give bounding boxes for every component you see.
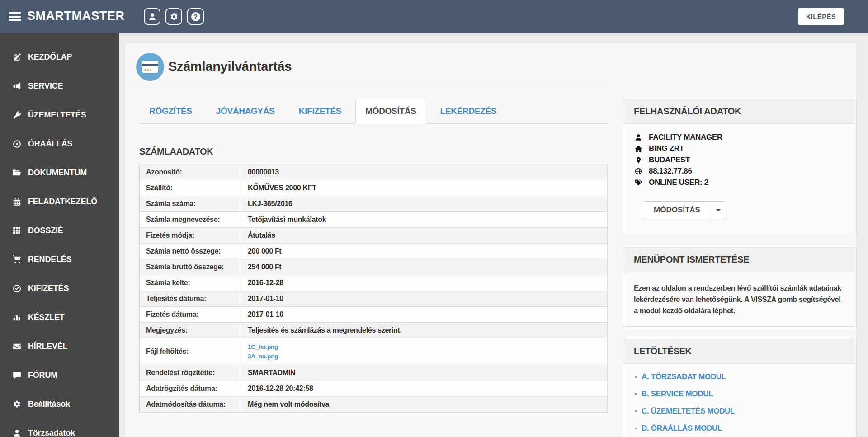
question-icon: ? [191, 12, 200, 21]
download-link-torzsadat[interactable]: A. TÖRZSADAT MODUL [642, 372, 726, 381]
table-row: Rendelést rögzítette: SMARTADMIN [140, 365, 608, 381]
field-label-cell: Szállító: [140, 180, 241, 196]
sidebar-item-rendeles[interactable]: RENDELÉS [0, 245, 119, 274]
tab-jovahagyas[interactable]: JÓVÁHAGYÁS [206, 99, 285, 124]
tab-modositas[interactable]: MÓDOSÍTÁS [355, 99, 426, 124]
table-row: Számla száma: LKJ-365/2016 [140, 196, 608, 212]
table-row: Adatrögzítés dátuma: 2016-12-28 20:42:58 [140, 381, 608, 397]
field-label-cell: Adatrögzítés dátuma: [140, 381, 241, 397]
sidebar-item-hirlevel[interactable]: HÍRLEVÉL [0, 332, 119, 361]
invoice-module-icon [136, 53, 164, 81]
download-item: C. ÜZEMELTETÉS MODUL [634, 403, 843, 420]
field-value-cell: 1C_fiu.png 2A_no.png [241, 338, 608, 365]
tab-lekerdezes[interactable]: LEKÉRDEZÉS [430, 99, 507, 124]
chevron-down-icon [716, 209, 721, 211]
uploaded-file-link[interactable]: 2A_no.png [248, 352, 601, 361]
field-value-cell: 200 000 Ft [241, 244, 608, 259]
table-row: Fizetés dátuma: 2017-01-10 [140, 307, 608, 323]
table-row: Számla nettó összege: 200 000 Ft [140, 244, 608, 259]
field-label-cell: Fájl feltöltés: [140, 338, 241, 365]
field-label-cell: Megjegyzés: [140, 323, 241, 338]
bullet-icon [635, 428, 637, 429]
folder-open-icon [12, 168, 22, 177]
table-row: Fizetés módja: Átutalás [140, 228, 608, 244]
field-label-cell: Fizetés dátuma: [140, 307, 241, 323]
sidebar-item-oraallas[interactable]: ÓRAÁLLÁS [0, 129, 119, 158]
settings-button[interactable] [165, 8, 182, 25]
field-label-cell: Teljesítés dátuma: [140, 291, 241, 307]
field-label-cell: Adatmódosítás dátuma: [140, 397, 241, 413]
edit-icon [12, 53, 22, 61]
field-value-cell: Tetőjavítási munkálatok [241, 212, 608, 228]
home-icon [634, 145, 643, 153]
field-label-cell: Számla megnevezése: [140, 212, 241, 228]
field-label-cell: Számla kelte: [140, 275, 241, 291]
menu-toggle-icon[interactable] [9, 12, 21, 21]
field-value-cell: 00000013 [241, 164, 608, 180]
user-icon [12, 429, 22, 437]
user-city-row: BUDAPEST [634, 155, 843, 164]
sidebar-item-dosszie[interactable]: DOSSZIÉ [0, 216, 119, 245]
field-value-cell: Teljesítés és számlázás a megrendelés sz… [241, 323, 608, 338]
sidebar-item-dokumentum[interactable]: DOKUMENTUM [0, 158, 119, 187]
download-item: D. ÓRAÁLLÁS MODUL [634, 420, 843, 437]
table-row: Számla megnevezése: Tetőjavítási munkála… [140, 212, 608, 228]
megaphone-icon [12, 82, 22, 90]
table-row: Szállító: KŐMŰVES 2000 KFT [140, 180, 608, 196]
tab-kifizetes[interactable]: KIFIZETÉS [289, 99, 351, 124]
field-label-cell: Számla száma: [140, 196, 241, 212]
field-value-cell: Átutalás [241, 228, 608, 244]
sidebar-item-service[interactable]: SERVICE [0, 71, 119, 100]
downloads-panel-title: LETÖLTÉSEK [623, 339, 854, 364]
field-value-cell: LKJ-365/2016 [241, 196, 608, 212]
field-label-cell: Rendelést rögzítette: [140, 365, 241, 381]
sidebar-item-torzsadatok[interactable]: Törzsadatok [0, 418, 119, 437]
sidebar-item-kezdolap[interactable]: KEZDŐLAP [0, 42, 119, 71]
user-role-row: FACILITY MANAGER [634, 133, 843, 142]
meter-icon [12, 140, 22, 148]
sidebar-item-keszlet[interactable]: KÉSZLET [0, 303, 119, 332]
tab-bar: RÖGZÍTÉS JÓVÁHAGYÁS KIFIZETÉS MÓDOSÍTÁS … [139, 99, 608, 124]
envelope-icon [12, 342, 22, 351]
table-row: Számla bruttó összege: 254 000 Ft [140, 259, 608, 275]
table-row: Teljesítés dátuma: 2017-01-10 [140, 291, 608, 307]
modify-button[interactable]: MÓDOSÍTÁS [643, 201, 711, 219]
calendar-icon [12, 197, 22, 206]
app-brand: SMARTMASTER [27, 9, 125, 23]
sidebar-item-beallitasok[interactable]: Beállítások [0, 390, 119, 418]
table-row: Fájl feltöltés: 1C_fiu.png 2A_no.png [140, 338, 608, 365]
download-link-service[interactable]: B. SERVICE MODUL [642, 390, 713, 399]
tab-rogzites[interactable]: RÖGZÍTÉS [139, 99, 202, 124]
logout-button[interactable]: KILÉPÉS [798, 8, 844, 25]
sidebar-item-forum[interactable]: FÓRUM [0, 361, 119, 390]
menu-info-panel: MENÜPONT ISMERTETÉSE Ezen az oldalon a r… [623, 247, 854, 327]
user-data-panel-title: FELHASZNÁLÓI ADATOK [623, 99, 854, 124]
sidebar-item-kifizetes[interactable]: KIFIZETÉS [0, 274, 119, 303]
bullet-icon [635, 393, 637, 395]
sidebar-item-feladatkezelo[interactable]: FELADATKEZELŐ [0, 187, 119, 216]
download-item: A. TÖRZSADAT MODUL [634, 368, 843, 385]
user-data-panel: FELHASZNÁLÓI ADATOK FACILITY MANAGER BIN… [623, 99, 854, 235]
globe-icon [634, 168, 643, 175]
modify-dropdown-toggle[interactable] [711, 201, 726, 219]
uploaded-file-link[interactable]: 1C_fiu.png [248, 342, 601, 352]
profile-button[interactable] [144, 8, 160, 25]
sidebar-item-uzemeltetes[interactable]: ÜZEMELTETÉS [0, 100, 119, 129]
invoice-data-table: Azonosító: 00000013 Szállító: KŐMŰVES 20… [139, 164, 608, 413]
field-value-cell: 254 000 Ft [241, 259, 608, 275]
help-button[interactable]: ? [187, 8, 204, 25]
table-row: Megjegyzés: Teljesítés és számlázás a me… [140, 323, 608, 338]
field-value-cell: 2017-01-10 [241, 307, 608, 323]
bullet-icon [635, 376, 637, 378]
field-value-cell: 2017-01-10 [241, 291, 608, 307]
field-label-cell: Számla bruttó összege: [140, 259, 241, 275]
table-row: Adatmódosítás dátuma: Még nem volt módos… [140, 397, 608, 413]
tags-icon [634, 179, 643, 187]
gear-icon [170, 13, 178, 21]
download-link-oraallas[interactable]: D. ÓRAÁLLÁS MODUL [642, 424, 722, 433]
download-link-uzemeltetes[interactable]: C. ÜZEMELTETÉS MODUL [642, 407, 735, 416]
main-content-card: Számlanyilvántartás RÖGZÍTÉS JÓVÁHAGYÁS … [124, 43, 857, 437]
menu-info-text: Ezen az oldalon a rendszerben lévő száll… [634, 281, 843, 317]
table-row: Azonosító: 00000013 [140, 164, 608, 180]
page-title-block: Számlanyilvántartás [125, 43, 608, 90]
